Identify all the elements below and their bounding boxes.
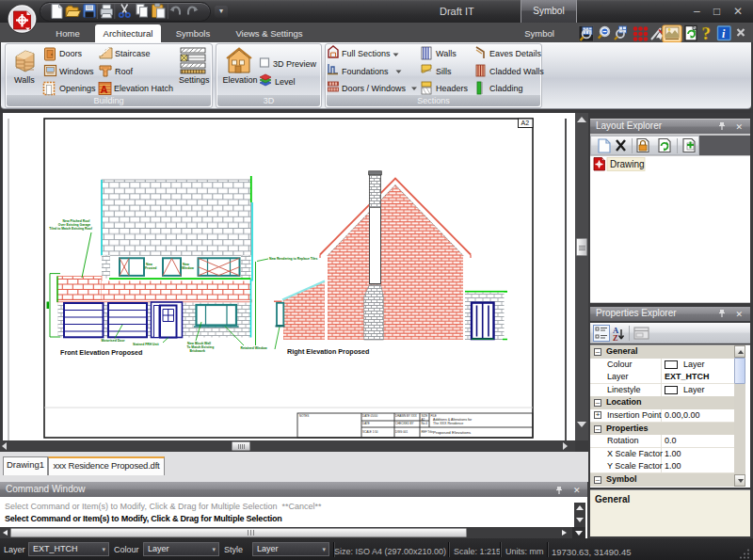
svg-text:?: ?: [702, 24, 712, 43]
svg-text:No 4: No 4: [422, 422, 428, 425]
svg-text:Drawing: Drawing: [610, 159, 645, 169]
svg-text:Doors: Doors: [59, 49, 83, 58]
svg-text:Openings: Openings: [59, 84, 96, 93]
svg-text:DATE: DATE: [362, 422, 370, 425]
svg-text:A: A: [101, 84, 108, 95]
svg-text:Window: Window: [182, 266, 194, 270]
svg-text:SCALE 1:50: SCALE 1:50: [362, 430, 378, 434]
svg-text:CHECKED BY: CHECKED BY: [395, 422, 414, 425]
svg-text:Z: Z: [613, 333, 618, 343]
svg-text:Headers: Headers: [436, 84, 469, 93]
svg-text:Foundations: Foundations: [342, 67, 389, 76]
svg-text:Sills: Sills: [436, 67, 452, 76]
svg-text:Retained Window: Retained Window: [241, 346, 268, 350]
svg-text:Stained FRH Unit: Stained FRH Unit: [133, 343, 160, 346]
svg-text:Roof: Roof: [115, 67, 134, 76]
svg-text:Doors / Windows: Doors / Windows: [342, 84, 407, 93]
svg-text:DWG 001: DWG 001: [395, 430, 409, 434]
svg-text:Frosted: Frosted: [145, 266, 156, 270]
svg-text:DATE 05/00: DATE 05/00: [362, 414, 377, 418]
svg-text:Walls: Walls: [436, 49, 457, 58]
svg-text:Front Elevation Proposed: Front Elevation Proposed: [60, 348, 142, 357]
svg-text:Settings: Settings: [179, 75, 210, 85]
svg-text:REF Title: REF Title: [422, 430, 434, 434]
svg-text:DRAWN BY XXX: DRAWN BY XXX: [395, 414, 417, 418]
svg-text:Full Sections: Full Sections: [342, 49, 391, 58]
svg-text:The XXX Residence: The XXX Residence: [433, 422, 463, 425]
svg-text:Right Elevation Proposed: Right Elevation Proposed: [287, 347, 369, 356]
svg-text:NOTES: NOTES: [299, 414, 309, 418]
svg-text:Motorised Door: Motorised Door: [102, 339, 126, 343]
svg-text:Walls: Walls: [14, 75, 35, 85]
svg-text:Windows: Windows: [59, 67, 94, 76]
svg-text:Staircase: Staircase: [115, 49, 151, 58]
svg-text:Cladding: Cladding: [489, 84, 523, 93]
svg-text:Brickwork: Brickwork: [190, 349, 206, 353]
svg-text:Eaves Details: Eaves Details: [489, 49, 542, 58]
svg-text:Level: Level: [275, 77, 296, 87]
svg-text:Cladded Walls: Cladded Walls: [489, 67, 544, 76]
svg-text:3D Preview: 3D Preview: [273, 59, 317, 69]
svg-text:New Rendering to Replace Tile: New Rendering to Replace Tiles: [269, 257, 317, 261]
svg-text:Tiled to Match Existing Roof: Tiled to Match Existing Roof: [49, 227, 92, 231]
svg-text:Elevation: Elevation: [223, 75, 258, 85]
svg-text:Elevation Hatch: Elevation Hatch: [114, 84, 173, 93]
svg-text:A2: A2: [521, 120, 530, 126]
svg-text:Proposed Elevations: Proposed Elevations: [433, 430, 472, 435]
